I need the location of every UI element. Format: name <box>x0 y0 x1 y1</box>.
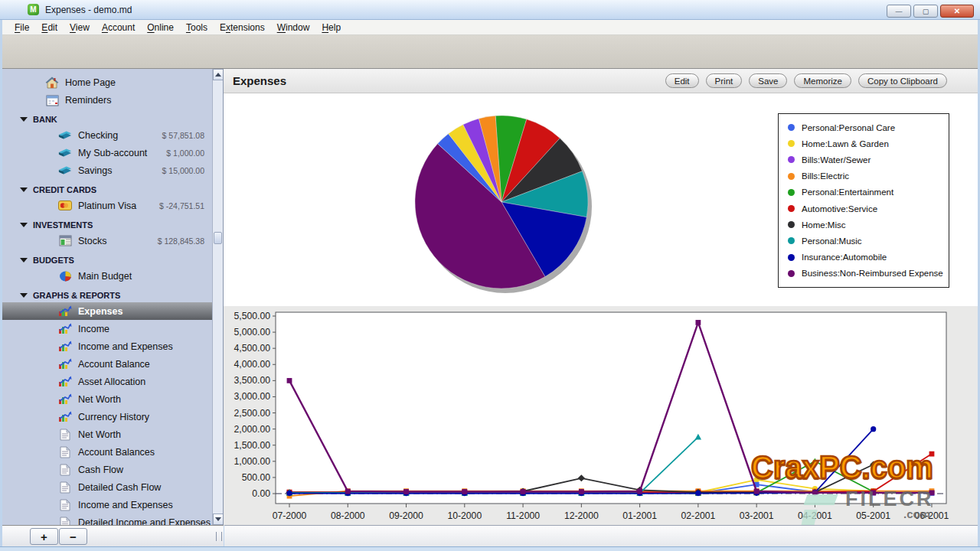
sidebar-item-label: Cash Flow <box>78 465 123 475</box>
legend-item: Business:Non-Reimbursed Expense <box>788 269 949 278</box>
menu-file[interactable]: File <box>8 21 35 34</box>
legend-label: Home:Misc <box>802 220 846 230</box>
sidebar-item-label: Income <box>78 324 109 334</box>
legend-color-dot <box>788 254 795 261</box>
edit-button[interactable]: Edit <box>665 73 699 88</box>
sidebar-item-label: Expenses <box>78 306 122 317</box>
legend-color-dot <box>788 140 795 147</box>
minimize-button[interactable]: — <box>887 5 911 18</box>
sidebar-item-reminders[interactable]: Reminders <box>2 91 212 109</box>
chart-legend: Personal:Personal CareHome:Lawn & Garden… <box>778 113 949 288</box>
legend-color-dot <box>788 270 795 277</box>
memorize-button[interactable]: Memorize <box>794 73 851 88</box>
save-button[interactable]: Save <box>749 73 787 88</box>
menu-tools[interactable]: Tools <box>180 21 214 34</box>
sidebar-item-checking[interactable]: Checking$ 57,851.08 <box>2 126 212 144</box>
sidebar-item-main-budget[interactable]: Main Budget <box>2 267 212 285</box>
sidebar-item-detailed-cash-flow[interactable]: Detailed Cash Flow <box>2 478 212 496</box>
legend-item: Bills:Electric <box>788 171 949 181</box>
svg-text:05-2001: 05-2001 <box>856 510 890 521</box>
remove-account-button[interactable]: − <box>59 528 87 545</box>
menu-extensions[interactable]: Extensions <box>214 21 271 34</box>
sidebar-item-net-worth[interactable]: Net Worth <box>2 390 212 408</box>
sidebar-item-platinum-visa[interactable]: Platinum Visa$ -24,751.51 <box>2 197 212 214</box>
sidebar-item-account-balances[interactable]: Account Balances <box>2 443 212 461</box>
legend-color-dot <box>788 237 795 244</box>
maximize-button[interactable]: ▢ <box>913 5 938 18</box>
menu-help[interactable]: Help <box>315 21 347 34</box>
menu-edit[interactable]: Edit <box>35 21 64 34</box>
account-balance: $ -24,751.51 <box>159 201 212 210</box>
legend-color-dot <box>788 189 795 196</box>
scrollbar-thumb[interactable] <box>214 232 222 244</box>
graph-icon <box>58 323 72 335</box>
menu-window[interactable]: Window <box>271 21 316 34</box>
legend-label: Insurance:Automobile <box>802 253 887 262</box>
svg-text:09-2000: 09-2000 <box>389 510 423 521</box>
expenses-pie-chart <box>406 106 597 298</box>
sidebar-item-home-page[interactable]: Home Page <box>2 73 212 91</box>
graph-icon <box>58 341 72 353</box>
copy-to-clipboard-button[interactable]: Copy to Clipboard <box>858 73 947 88</box>
sidebar-section-credit-cards[interactable]: CREDIT CARDS <box>2 183 212 197</box>
svg-text:04-2001: 04-2001 <box>798 510 832 521</box>
svg-text:08-2000: 08-2000 <box>331 510 365 521</box>
report-icon <box>58 446 72 458</box>
svg-text:1,500.00: 1,500.00 <box>234 440 271 451</box>
svg-text:4,500.00: 4,500.00 <box>234 343 271 354</box>
close-button[interactable]: ✕ <box>940 5 974 18</box>
account-balance: $ 1,000.00 <box>166 148 212 158</box>
credit-card-icon <box>58 200 72 212</box>
menu-account[interactable]: Account <box>96 21 141 34</box>
sidebar-item-detailed-income-and-expenses[interactable]: Detailed Income and Expenses <box>2 514 212 525</box>
sidebar-section-investments[interactable]: INVESTMENTS <box>2 218 212 232</box>
sidebar-item-asset-allocation[interactable]: Asset Allocation <box>2 373 212 390</box>
title-bar: M Expenses - demo.md — ▢ ✕ <box>0 0 980 20</box>
sidebar-item-income[interactable]: Income <box>2 320 212 337</box>
sidebar: Home PageRemindersBANKChecking$ 57,851.0… <box>2 69 212 525</box>
splitter-grip[interactable] <box>216 532 222 541</box>
pie-icon <box>58 270 72 282</box>
svg-text:5,500.00: 5,500.00 <box>234 311 271 321</box>
sidebar-item-income-and-expenses[interactable]: Income and Expenses <box>2 337 212 355</box>
checkbook-icon <box>58 165 72 177</box>
sidebar-item-label: Home Page <box>65 77 116 88</box>
sidebar-item-account-balance[interactable]: Account Balance <box>2 355 212 373</box>
maximize-icon: ▢ <box>923 8 929 15</box>
legend-item: Personal:Music <box>788 236 949 246</box>
sidebar-item-savings[interactable]: Savings$ 15,000.00 <box>2 161 212 179</box>
menu-view[interactable]: View <box>64 21 96 34</box>
sidebar-item-label: Savings <box>78 165 112 176</box>
report-icon <box>58 429 72 441</box>
legend-item: Insurance:Automobile <box>788 253 949 262</box>
line-chart-panel: 0.00500.001,000.001,500.002,000.002,500.… <box>224 306 978 526</box>
sidebar-item-stocks[interactable]: Stocks$ 128,845.38 <box>2 232 212 249</box>
sidebar-scrollbar[interactable] <box>212 69 223 525</box>
svg-text:5,000.00: 5,000.00 <box>234 327 271 337</box>
graph-icon <box>58 376 72 388</box>
sidebar-item-currency-history[interactable]: Currency History <box>2 408 212 425</box>
sidebar-footer: + − <box>2 525 224 546</box>
sidebar-item-net-worth[interactable]: Net Worth <box>2 425 212 443</box>
sidebar-item-label: Account Balance <box>78 359 150 370</box>
sidebar-item-label: Main Budget <box>78 271 132 282</box>
checkbook-icon <box>58 147 72 159</box>
svg-text:2,500.00: 2,500.00 <box>234 408 271 419</box>
sidebar-section-budgets[interactable]: BUDGETS <box>2 253 212 267</box>
svg-text:500.00: 500.00 <box>242 472 270 483</box>
sidebar-item-my-sub-account[interactable]: My Sub-account$ 1,000.00 <box>2 144 212 161</box>
legend-label: Home:Lawn & Garden <box>802 139 889 148</box>
report-header: Expenses Edit Print Save Memorize Copy t… <box>224 69 978 93</box>
scroll-up-button[interactable] <box>213 69 224 80</box>
scroll-down-button[interactable] <box>213 514 224 525</box>
sidebar-section-bank[interactable]: BANK <box>2 112 212 126</box>
add-account-button[interactable]: + <box>30 528 58 545</box>
sidebar-item-expenses[interactable]: Expenses <box>2 302 212 320</box>
legend-label: Business:Non-Reimbursed Expense <box>802 269 943 278</box>
window-title: Expenses - demo.md <box>45 5 132 15</box>
sidebar-item-income-and-expenses[interactable]: Income and Expenses <box>2 496 212 514</box>
sidebar-item-cash-flow[interactable]: Cash Flow <box>2 461 212 478</box>
print-button[interactable]: Print <box>706 73 743 88</box>
sidebar-section-graphs-reports[interactable]: GRAPHS & REPORTS <box>2 289 212 302</box>
menu-online[interactable]: Online <box>141 21 180 34</box>
